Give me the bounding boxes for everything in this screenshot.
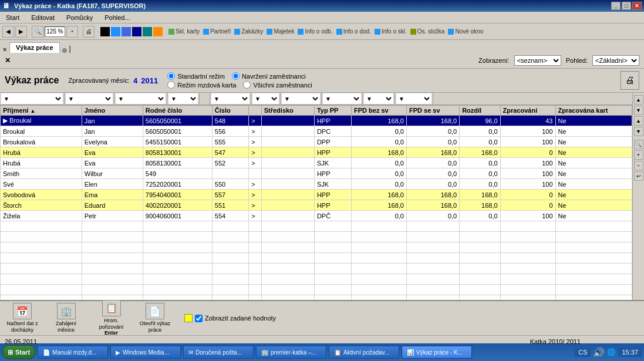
nav-majetek[interactable]: Majetek [267, 28, 294, 35]
task-posta[interactable]: ✉ Doručená pošta... [183, 346, 254, 359]
table-row[interactable]: ŠtorchEduard4002020001551>HPP168,0168,01… [1, 200, 632, 211]
menu-pohled[interactable]: Pohled... [101, 13, 133, 22]
tab-pin[interactable]: | [69, 45, 71, 53]
cell-rodne: 7954040001 [143, 190, 212, 200]
nav-info-dod[interactable]: Info o dod. [336, 28, 371, 35]
filter-zprac[interactable]: ▼ [396, 93, 431, 104]
col-header-rodne: Rodné číslo [143, 106, 212, 116]
task-aktivni[interactable]: 📋 Aktivní požadav... [329, 346, 399, 359]
icon-black-square[interactable] [100, 27, 110, 36]
filter-typ[interactable]: ▼ [252, 93, 279, 104]
right-icon-5[interactable]: 🔍 [634, 140, 643, 149]
toolbar-back[interactable]: ◀ [2, 26, 14, 38]
zoom-input[interactable]: 125 % [45, 26, 65, 37]
icon-teal[interactable] [143, 27, 152, 36]
cell-stredisko [261, 137, 314, 147]
filter-jmeno[interactable]: ▼ [66, 93, 113, 104]
icon-blue1[interactable] [111, 27, 120, 36]
btn-zahajeni[interactable]: 🏢 Zahájení měsíce [47, 303, 85, 333]
toolbar-forward[interactable]: ▶ [15, 26, 27, 38]
right-icon-7[interactable]: − [634, 161, 643, 170]
nav-nove-okno[interactable]: Nové okno [448, 28, 483, 35]
toolbar-zoom-in[interactable]: + [66, 26, 78, 38]
print-button[interactable]: 🖨 [621, 71, 639, 90]
radio-navrzeni-label: Navržení zaměstnanci [242, 73, 306, 80]
table-wrapper[interactable]: Příjmení ▲ Jméno Rodné číslo Číslo Střed… [0, 105, 632, 300]
right-icon-3[interactable]: ▲ [634, 116, 643, 126]
cell-rodne: 8058130001 [143, 147, 212, 158]
filter-fpd-bez[interactable]: ▼ [282, 93, 320, 104]
nav-info-skl[interactable]: Info o skl. [375, 28, 407, 35]
table-row[interactable]: ▶ BroukalJan5605050001548>HPP168,0168,09… [1, 116, 632, 126]
cell-fpd-se: 168,0 [406, 147, 459, 158]
cell-fpd-se: 0,0 [406, 126, 459, 137]
right-icon-2[interactable]: ▼ [634, 106, 643, 115]
right-icon-4[interactable]: ▼ [634, 127, 643, 136]
toolbar-print[interactable]: 🖨 [83, 26, 95, 38]
cell-zprac-kart: Ne [555, 147, 632, 158]
menu-start[interactable]: Start [2, 13, 23, 22]
icon-orange[interactable] [153, 27, 163, 36]
menu-pomucky[interactable]: Pomůcky [63, 13, 96, 22]
table-row[interactable]: SvéElen7252020001550>SJK0,00,00,0100Ne [1, 179, 632, 190]
nav-skl-karty[interactable]: Skl. karty [168, 28, 200, 35]
filter-rodne[interactable]: ▼ [116, 93, 166, 104]
right-icon-6[interactable]: + [634, 150, 643, 160]
filter-stredisko[interactable]: ▼ [211, 93, 249, 104]
table-row[interactable]: SvobodováEma7954040001557>HPP168,0168,01… [1, 190, 632, 200]
table-row[interactable]: HrubáEva8058130001547>HPP168,0168,0168,0… [1, 147, 632, 158]
nav-partneri[interactable]: Partneři [203, 28, 231, 35]
tab-dot[interactable] [62, 48, 67, 53]
cell-rozdil: 168,0 [460, 200, 500, 211]
menu-editovat[interactable]: Editovat [28, 13, 58, 22]
tray-speaker-icon[interactable]: 🔊 [593, 347, 605, 358]
radio-mzdova[interactable] [167, 81, 175, 89]
toolbar-zoom-out[interactable]: 🔍 [32, 26, 43, 38]
right-icon-1[interactable]: ▲ [634, 95, 643, 104]
icon-blue3[interactable] [132, 27, 141, 36]
cell-zprac: 100 [500, 211, 555, 221]
filter-rozdil[interactable]: ▼ [364, 93, 393, 104]
btn-nacteni[interactable]: 📅 Načtení dat zdocházky [5, 303, 40, 333]
cell-typ: HPP [314, 190, 351, 200]
nav-os-slozka[interactable]: Os. složka [410, 28, 445, 35]
maximize-button[interactable]: □ [622, 2, 631, 10]
cell-zprac-kart: Ne [555, 200, 632, 211]
filter-row: ▼ ▼ ▼ ▼ ▼ ▼ ▼ [0, 93, 632, 105]
cell-fpd-bez: 168,0 [352, 190, 407, 200]
btn-hrom[interactable]: 📋 Hrom. pořizováníEnter [92, 300, 130, 336]
task-posta-icon: ✉ [188, 349, 193, 356]
radio-navrzeni[interactable] [232, 72, 240, 80]
minimize-button[interactable]: _ [611, 2, 621, 10]
table-row[interactable]: BroukalJan5605050001556>DPC0,00,00,0100N… [1, 126, 632, 137]
main-close-icon[interactable]: ✕ [5, 56, 11, 65]
filter-cislo[interactable]: ▼ [168, 93, 198, 104]
checkbox-zobrazit[interactable] [195, 315, 203, 322]
right-icon-8[interactable]: ↩ [634, 171, 643, 181]
table-row[interactable]: SmithWilbur549HPP0,00,00,0100Ne [1, 168, 632, 179]
task-vykaz[interactable]: 📊 Výkaz práce - K... [402, 346, 472, 359]
zobrazeni-select[interactable]: <seznam> [514, 55, 561, 66]
radio-standard[interactable] [167, 72, 175, 80]
cell-zprac-kart: Ne [555, 137, 632, 147]
cell-stredisko [261, 126, 314, 137]
icon-blue2[interactable] [122, 27, 131, 36]
tab-close-icon[interactable]: ✕ [2, 46, 7, 53]
pohled-select[interactable]: <Základní> [592, 55, 639, 66]
table-row[interactable]: BroukalováEvelyna5455150001555>DPP0,00,0… [1, 137, 632, 147]
filter-fpd-se[interactable]: ▼ [323, 93, 361, 104]
close-button[interactable]: ✕ [632, 2, 642, 10]
table-row[interactable]: HrubáEva8058130001552>SJK0,00,00,0100Ne [1, 158, 632, 168]
btn-otevrit[interactable]: 📄 Otevřít výkazpráce [137, 303, 173, 333]
start-button[interactable]: ⊞ Start [2, 345, 35, 359]
tab-vykaz-prace[interactable]: Výkaz práce [9, 42, 60, 53]
radio-vsichni[interactable] [243, 81, 251, 89]
task-premier[interactable]: 🏢 premier-katka –... [256, 346, 326, 359]
task-manual[interactable]: 📄 Manuál mzdy.d... [38, 346, 108, 359]
nav-zakazky[interactable]: Zakázky [234, 28, 263, 35]
nav-info-odb[interactable]: Info o odb. [298, 28, 332, 35]
filter-prijmeni[interactable]: ▼ [1, 93, 63, 104]
table-row[interactable]: ŽiželaPetr9004060001554>DPČ0,00,00,0100N… [1, 211, 632, 221]
task-windows-media[interactable]: ▶ Windows Media... [110, 346, 181, 359]
tray-cs[interactable]: CS [575, 347, 591, 357]
